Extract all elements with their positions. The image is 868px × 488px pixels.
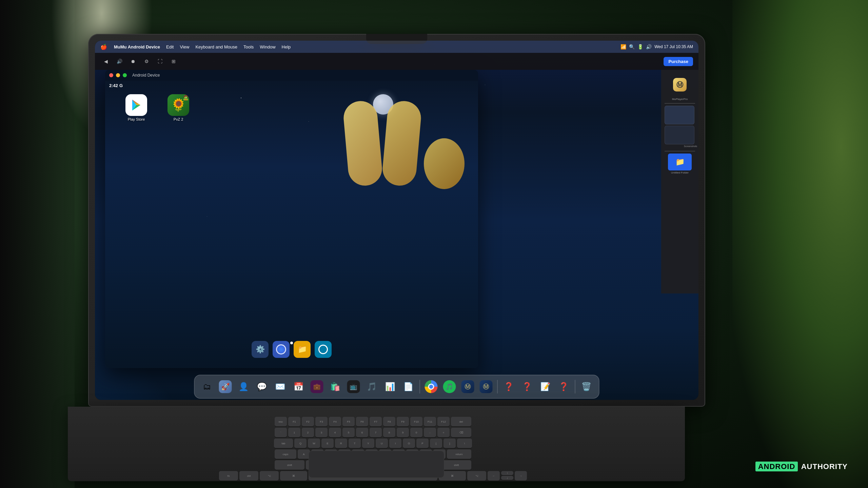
dock-app-notes[interactable]: 📝 — [537, 378, 554, 395]
key-r[interactable]: R — [335, 439, 347, 448]
key-7[interactable]: 7 — [370, 428, 382, 437]
dock-app-help2[interactable]: ❓ — [519, 378, 536, 395]
play-store-app[interactable]: Play Store — [125, 94, 147, 121]
menubar-window[interactable]: Window — [257, 44, 278, 50]
key-lcmd[interactable]: ⌘ — [280, 471, 307, 481]
window-minimize-btn[interactable] — [116, 73, 120, 77]
key-right[interactable]: → — [515, 471, 527, 481]
key-backslash[interactable]: \ — [457, 439, 472, 448]
dock-files-icon[interactable]: 📁 — [294, 341, 311, 358]
dock-app-pages[interactable]: 📄 — [400, 378, 417, 395]
toolbar-expand-btn[interactable]: ⛶ — [155, 56, 165, 67]
key-f8[interactable]: F8 — [383, 417, 395, 426]
menubar-app-name[interactable]: MuMu Android Device — [111, 44, 163, 50]
dock-app-trash[interactable]: 🗑️ — [578, 378, 595, 395]
toolbar-settings-btn[interactable]: ⚙ — [141, 56, 152, 67]
dock-app-numbers[interactable]: 📊 — [382, 378, 399, 395]
toolbar-prev-btn[interactable]: ◀ — [100, 56, 111, 67]
key-u[interactable]: U — [376, 439, 388, 448]
dock-settings-icon[interactable]: ⚙️ — [252, 341, 269, 358]
key-fn[interactable]: fn — [219, 471, 238, 481]
key-4[interactable]: 4 — [329, 428, 341, 437]
key-a[interactable]: A — [298, 449, 310, 459]
key-5[interactable]: 5 — [342, 428, 355, 437]
key-t[interactable]: T — [349, 439, 361, 448]
key-left[interactable]: ← — [488, 471, 500, 481]
dock-app-appletv[interactable]: 📺 — [345, 378, 362, 395]
key-rshift[interactable]: shift — [441, 460, 471, 470]
toolbar-speaker-btn[interactable]: 🔊 — [114, 56, 125, 67]
key-lbracket[interactable]: [ — [430, 439, 442, 448]
key-down[interactable]: ↓ — [501, 476, 513, 480]
rp-folder-icon[interactable]: 📁 — [668, 154, 692, 170]
key-f7[interactable]: F7 — [370, 417, 382, 426]
menubar-help[interactable]: Help — [279, 44, 294, 50]
menubar-view[interactable]: View — [177, 44, 192, 50]
key-backtick[interactable]: ` — [275, 428, 287, 437]
key-9[interactable]: 9 — [397, 428, 409, 437]
key-f5[interactable]: F5 — [342, 417, 355, 426]
toolbar-record-btn[interactable]: ⏺ — [127, 56, 138, 67]
key-f9[interactable]: F9 — [397, 417, 409, 426]
pvz2-app[interactable]: 🌻 🧟 PvZ 2 — [167, 94, 189, 121]
dock-app-contacts[interactable]: 👤 — [235, 378, 252, 395]
key-i[interactable]: I — [389, 439, 401, 448]
dock-app-chrome[interactable] — [423, 378, 440, 395]
key-f12[interactable]: F12 — [437, 417, 450, 426]
key-up[interactable]: ↑ — [501, 471, 513, 475]
key-rbracket[interactable]: ] — [443, 439, 456, 448]
key-f4[interactable]: F4 — [329, 417, 341, 426]
menubar-edit[interactable]: Edit — [163, 44, 176, 50]
key-1[interactable]: 1 — [288, 428, 300, 437]
dock-app-appstore[interactable]: 🛍️ — [327, 378, 344, 395]
key-lshift[interactable]: shift — [275, 460, 304, 470]
key-f1[interactable]: F1 — [288, 417, 300, 426]
key-8[interactable]: 8 — [383, 428, 395, 437]
menubar-keyboard-mouse[interactable]: Keyboard and Mouse — [193, 44, 240, 50]
dock-app-finder[interactable]: 🗂 — [199, 378, 216, 395]
key-f10[interactable]: F10 — [410, 417, 422, 426]
key-f6[interactable]: F6 — [356, 417, 368, 426]
menubar-icon-search[interactable]: 🔍 — [629, 44, 635, 49]
window-maximize-btn[interactable] — [123, 73, 127, 77]
dock-app-mail[interactable]: ✉️ — [272, 378, 289, 395]
dock-app-mumu2[interactable]: Ⓜ — [478, 378, 495, 395]
dock-app-help3[interactable]: ❓ — [555, 378, 572, 395]
dock-app-mumu1[interactable]: Ⓜ — [459, 378, 476, 395]
dock-chrome-icon[interactable] — [273, 341, 290, 358]
key-delete[interactable]: del — [451, 417, 471, 426]
key-roption[interactable]: ⌥ — [467, 471, 486, 481]
dock-circle-icon[interactable] — [315, 341, 332, 358]
key-2[interactable]: 2 — [302, 428, 314, 437]
key-option[interactable]: ⌥ — [260, 471, 279, 481]
key-minus[interactable]: - — [424, 428, 436, 437]
window-close-btn[interactable] — [109, 73, 113, 77]
key-tab[interactable]: tab — [274, 439, 293, 448]
menubar-tools[interactable]: Tools — [241, 44, 256, 50]
key-e[interactable]: E — [321, 439, 334, 448]
key-o[interactable]: O — [403, 439, 415, 448]
key-backspace[interactable]: ⌫ — [451, 428, 471, 437]
key-f11[interactable]: F11 — [424, 417, 436, 426]
key-equals[interactable]: = — [437, 428, 450, 437]
key-0[interactable]: 0 — [410, 428, 422, 437]
dock-app-calendar[interactable]: 📅 — [290, 378, 307, 395]
key-w[interactable]: W — [308, 439, 320, 448]
key-3[interactable]: 3 — [315, 428, 328, 437]
dock-app-help1[interactable]: ❓ — [500, 378, 517, 395]
dock-app-launchpad[interactable]: 🚀 — [217, 378, 234, 395]
dock-app-messages[interactable]: 💬 — [254, 378, 271, 395]
key-f3[interactable]: F3 — [315, 417, 328, 426]
toolbar-grid-btn[interactable]: ⊞ — [168, 56, 179, 67]
dock-app-spotify[interactable]: 🎵 — [441, 378, 458, 395]
key-q[interactable]: Q — [294, 439, 307, 448]
laptop-trackpad[interactable] — [309, 451, 444, 478]
dock-app-music[interactable]: 🎵 — [363, 378, 380, 395]
key-y[interactable]: Y — [362, 439, 374, 448]
key-f2[interactable]: F2 — [302, 417, 314, 426]
key-6[interactable]: 6 — [356, 428, 368, 437]
key-ctrl[interactable]: ctrl — [239, 471, 258, 481]
key-esc[interactable]: esc — [275, 417, 287, 426]
dock-app-slack[interactable]: 💼 — [309, 378, 326, 395]
key-return[interactable]: return — [447, 449, 471, 459]
